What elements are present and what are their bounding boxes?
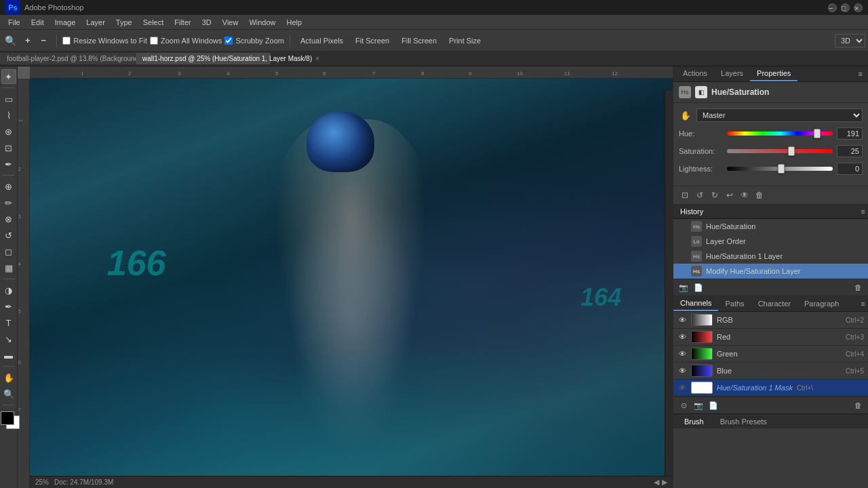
zoom-in-button[interactable]: + [20, 33, 35, 47]
channel-dropdown[interactable]: Master [696, 108, 863, 122]
zoom-all-input[interactable] [150, 37, 158, 45]
history-item-huesat[interactable]: Hs Hue/Saturation [673, 219, 868, 234]
hand-tool[interactable]: ✋ [1, 370, 16, 385]
channel-green[interactable]: 👁 Green Ctrl+4 [673, 346, 868, 363]
saturation-value[interactable] [837, 145, 863, 157]
tab-football[interactable]: football-player-2.psd @ 13.8% (Backgroun… [0, 53, 136, 64]
toggle-visibility-button[interactable]: 👁 [738, 189, 751, 201]
channel-red[interactable]: 👁 Red Ctrl+3 [673, 329, 868, 346]
dodge-tool[interactable]: ◑ [1, 283, 16, 298]
channel-blue[interactable]: 👁 Blue Ctrl+5 [673, 363, 868, 380]
gradient-tool[interactable]: ▦ [1, 260, 16, 275]
crop-tool[interactable]: ⊡ [1, 140, 16, 155]
type-tool[interactable]: T [1, 315, 16, 330]
brush-tool[interactable]: ✏ [1, 195, 16, 210]
scrubby-zoom-checkbox[interactable]: Scrubby Zoom [224, 37, 284, 45]
menu-select[interactable]: Select [138, 17, 170, 28]
fill-screen-button[interactable]: Fill Screen [397, 35, 441, 47]
menu-help[interactable]: Help [281, 17, 308, 28]
resize-windows-checkbox[interactable]: Resize Windows to Fit [62, 37, 147, 45]
channel-red-vis[interactable]: 👁 [677, 332, 687, 342]
minimize-button[interactable]: − [828, 3, 837, 12]
menu-layer[interactable]: Layer [81, 17, 111, 28]
print-size-button[interactable]: Print Size [444, 35, 486, 47]
menu-file[interactable]: File [3, 17, 26, 28]
delete-channel-button[interactable]: 🗑 [852, 399, 864, 411]
menu-type[interactable]: Type [111, 17, 138, 28]
lightness-slider-thumb[interactable] [778, 164, 785, 174]
history-item-modify[interactable]: Hs Modify Hue/Saturation Layer [673, 264, 868, 279]
eyedropper-tool[interactable]: ✒ [1, 157, 16, 171]
hue-slider-thumb[interactable] [814, 129, 821, 138]
clone-tool[interactable]: ⊗ [1, 211, 16, 226]
zoom-tool[interactable]: 🔍 [1, 386, 16, 401]
foreground-color-swatch[interactable] [1, 411, 14, 425]
lasso-tool[interactable]: ⌇ [1, 108, 16, 123]
save-selection-button[interactable]: 📷 [692, 399, 705, 411]
channel-blue-vis[interactable]: 👁 [677, 366, 687, 375]
history-item-huesat-layer[interactable]: Hs Hue/Saturation 1 Layer [673, 249, 868, 264]
history-options-button[interactable]: ≡ [859, 205, 868, 218]
maximize-button[interactable]: □ [841, 3, 850, 12]
channel-rgb-vis[interactable]: 👁 [677, 315, 687, 325]
menu-view[interactable]: View [217, 17, 244, 28]
previous-state-button[interactable]: ↺ [694, 189, 706, 201]
new-snapshot-button[interactable]: 📷 [677, 281, 690, 293]
actions-tab[interactable]: Actions [676, 66, 714, 81]
character-tab[interactable]: Character [751, 297, 797, 310]
eraser-tool[interactable]: ◻ [1, 244, 16, 259]
new-document-button[interactable]: 📄 [692, 281, 705, 293]
channel-green-vis[interactable]: 👁 [677, 349, 687, 359]
menu-3d[interactable]: 3D [197, 17, 217, 28]
zoom-out-button[interactable]: − [37, 33, 52, 47]
tab-wall[interactable]: wall1-horz.psd @ 25% (Hue/Saturation 1, … [136, 53, 271, 64]
delete-state-button[interactable]: 🗑 [852, 281, 864, 293]
resize-windows-input[interactable] [62, 37, 71, 45]
tab-wall-close[interactable]: × [315, 55, 319, 62]
quick-select-tool[interactable]: ⊛ [1, 124, 16, 139]
saturation-slider-track[interactable] [727, 149, 833, 153]
close-button[interactable]: × [854, 3, 863, 12]
hue-value[interactable] [837, 127, 863, 140]
layers-tab[interactable]: Layers [714, 66, 750, 81]
panel-options-button[interactable]: ≡ [856, 67, 865, 81]
saturation-slider-thumb[interactable] [788, 146, 795, 156]
reset-button[interactable]: ↩ [724, 189, 736, 201]
channel-mask[interactable]: 👁 Hue/Saturation 1 Mask Ctrl+\ [673, 380, 868, 396]
paragraph-tab[interactable]: Paragraph [797, 297, 846, 310]
paths-tab[interactable]: Paths [718, 297, 751, 310]
fit-screen-button[interactable]: Fit Screen [351, 35, 394, 47]
history-tab[interactable]: History [673, 205, 710, 218]
shape-tool[interactable]: ▬ [1, 348, 16, 363]
nav-prev[interactable]: ◀ [654, 478, 659, 487]
lightness-value[interactable] [837, 163, 863, 175]
scrubby-zoom-input[interactable] [224, 37, 233, 45]
selection-tool[interactable]: ▭ [1, 92, 16, 106]
channels-tab[interactable]: Channels [673, 296, 718, 311]
zoom-all-checkbox[interactable]: Zoom All Windows [150, 37, 222, 45]
delete-adjustment-button[interactable]: 🗑 [753, 189, 766, 201]
spot-heal-tool[interactable]: ⊕ [1, 179, 16, 194]
nav-next[interactable]: ▶ [662, 478, 667, 487]
vertical-scrollbar[interactable] [665, 91, 673, 480]
pen-tool[interactable]: ✒ [1, 299, 16, 314]
new-channel-button[interactable]: 📄 [707, 399, 719, 411]
hand-tool-icon[interactable]: ✋ [679, 108, 692, 122]
move-tool[interactable]: ✦ [1, 69, 16, 84]
menu-window[interactable]: Window [243, 17, 281, 28]
load-selection-button[interactable]: ⊙ [677, 399, 690, 411]
actual-pixels-button[interactable]: Actual Pixels [296, 35, 348, 47]
properties-tab[interactable]: Properties [750, 66, 797, 81]
mode-dropdown[interactable]: 3D [835, 34, 865, 47]
channel-mask-vis[interactable]: 👁 [677, 383, 687, 392]
history-item-order[interactable]: Lo Layer Order [673, 234, 868, 249]
menu-edit[interactable]: Edit [26, 17, 50, 28]
next-state-button[interactable]: ↻ [709, 189, 721, 201]
brush-tab[interactable]: Brush [679, 416, 709, 427]
channels-options-button[interactable]: ≡ [859, 297, 868, 310]
clip-to-layer-button[interactable]: ⊡ [679, 189, 691, 201]
brush-presets-tab[interactable]: Brush Presets [715, 416, 772, 427]
color-swatches[interactable] [1, 410, 17, 426]
menu-filter[interactable]: Filter [169, 17, 196, 28]
channel-rgb[interactable]: 👁 RGB Ctrl+2 [673, 312, 868, 329]
